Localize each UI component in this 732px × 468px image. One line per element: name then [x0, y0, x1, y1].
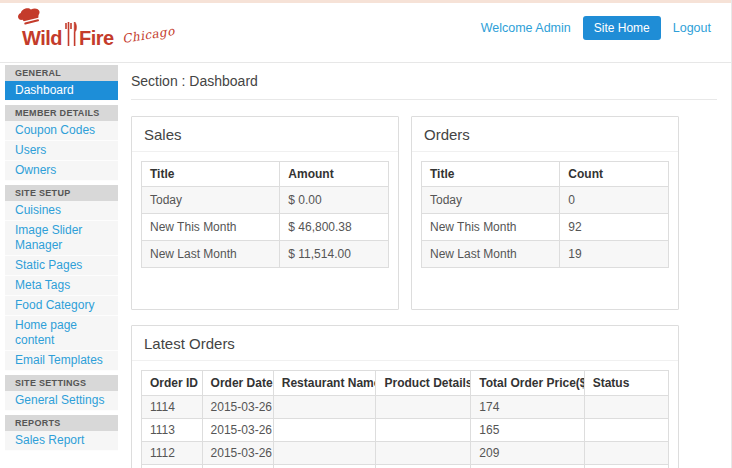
cell: New This Month: [422, 214, 560, 241]
sidebar-section-member-details: MEMBER DETAILS: [5, 105, 118, 121]
table-row: New Last Month $ 11,514.00: [142, 241, 389, 268]
brand-city: Chicago: [121, 24, 176, 46]
cell: Today: [422, 187, 560, 214]
cell: [584, 465, 668, 468]
sales-table: Title Amount Today $ 0.00 New This Month: [141, 161, 389, 268]
column-header: Title: [142, 162, 280, 187]
cell: [273, 396, 376, 419]
orders-panel-title: Orders: [412, 117, 678, 152]
cell: 2015-03-26: [202, 442, 273, 465]
page: Wild Fire Chicago Welcome Admin Si: [0, 0, 732, 468]
table-row: 1111 2015-03-25 174: [142, 465, 669, 468]
latest-orders-panel-title: Latest Orders: [132, 326, 678, 361]
column-header: Amount: [280, 162, 389, 187]
cell: New This Month: [142, 214, 280, 241]
cell: 1114: [142, 396, 203, 419]
cell: $ 11,514.00: [280, 241, 389, 268]
sidebar: GENERAL Dashboard MEMBER DETAILS Coupon …: [5, 65, 118, 451]
table-row: 1113 2015-03-26 165: [142, 419, 669, 442]
column-header: Title: [422, 162, 560, 187]
table-row: New This Month 92: [422, 214, 669, 241]
sidebar-section-site-settings: SITE SETTINGS: [5, 375, 118, 391]
sidebar-item-dashboard[interactable]: Dashboard: [5, 81, 118, 101]
table-row: Today 0: [422, 187, 669, 214]
cell: Today: [142, 187, 280, 214]
cell: 174: [471, 465, 584, 468]
cell: [273, 419, 376, 442]
sidebar-item-meta-tags[interactable]: Meta Tags: [5, 276, 118, 296]
table-header-row: Title Amount: [142, 162, 389, 187]
cell: [584, 396, 668, 419]
orders-table: Title Count Today 0 New This Month: [421, 161, 669, 268]
sidebar-item-owners[interactable]: Owners: [5, 161, 118, 181]
table-row: 1112 2015-03-26 209: [142, 442, 669, 465]
column-header: Order Date: [202, 371, 273, 396]
sidebar-section-general: GENERAL: [5, 65, 118, 81]
latest-orders-table: Order ID Order Date Restaurant Name Prod…: [141, 370, 669, 468]
page-title: Section : Dashboard: [131, 71, 717, 100]
column-header: Count: [560, 162, 669, 187]
cell: 1112: [142, 442, 203, 465]
cell: 1113: [142, 419, 203, 442]
sidebar-section-reports: REPORTS: [5, 415, 118, 431]
sidebar-item-users[interactable]: Users: [5, 141, 118, 161]
cell: 19: [560, 241, 669, 268]
brand-logo[interactable]: Wild Fire Chicago: [22, 19, 175, 48]
cell: 209: [471, 442, 584, 465]
cell: [273, 465, 376, 468]
column-header: Restaurant Name: [273, 371, 376, 396]
orders-panel: Orders Title Count Today 0: [411, 116, 679, 310]
table-row: Today $ 0.00: [142, 187, 389, 214]
sidebar-item-cuisines[interactable]: Cuisines: [5, 201, 118, 221]
cell: $ 46,800.38: [280, 214, 389, 241]
cell: New Last Month: [142, 241, 280, 268]
table-row: 1114 2015-03-26 174: [142, 396, 669, 419]
sidebar-item-home-page-content[interactable]: Home page content: [5, 316, 118, 351]
column-header: Order ID: [142, 371, 203, 396]
cell: [584, 442, 668, 465]
column-header: Status: [584, 371, 668, 396]
site-home-button[interactable]: Site Home: [583, 16, 661, 40]
sidebar-section-site-setup: SITE SETUP: [5, 185, 118, 201]
cell: [376, 442, 471, 465]
logout-link[interactable]: Logout: [673, 21, 711, 35]
brand-word-2: Fire: [79, 28, 114, 48]
sidebar-item-sales-report[interactable]: Sales Report: [5, 431, 118, 451]
table-row: New Last Month 19: [422, 241, 669, 268]
header: Wild Fire Chicago Welcome Admin Si: [0, 3, 731, 62]
sales-panel: Sales Title Amount Today $ 0.00: [131, 116, 399, 310]
sidebar-item-image-slider-manager[interactable]: Image Slider Manager: [5, 221, 118, 256]
page-body: GENERAL Dashboard MEMBER DETAILS Coupon …: [0, 62, 731, 468]
table-row: New This Month $ 46,800.38: [142, 214, 389, 241]
sidebar-item-general-settings[interactable]: General Settings: [5, 391, 118, 411]
cell: 2015-03-26: [202, 419, 273, 442]
fork-knife-icon: [64, 22, 77, 51]
cell: 2015-03-25: [202, 465, 273, 468]
main-content: Section : Dashboard Sales Title Amount: [118, 63, 731, 468]
cell: 92: [560, 214, 669, 241]
column-header: Product Details: [376, 371, 471, 396]
cell: 0: [560, 187, 669, 214]
cell: [376, 419, 471, 442]
sidebar-item-static-pages[interactable]: Static Pages: [5, 256, 118, 276]
sidebar-item-email-templates[interactable]: Email Templates: [5, 351, 118, 371]
cell: [273, 442, 376, 465]
sidebar-item-coupon-codes[interactable]: Coupon Codes: [5, 121, 118, 141]
latest-orders-panel: Latest Orders Order ID Order Date Restau…: [131, 325, 679, 468]
cell: [376, 465, 471, 468]
summary-panels: Sales Title Amount Today $ 0.00: [131, 116, 679, 310]
cell: New Last Month: [422, 241, 560, 268]
cell: 174: [471, 396, 584, 419]
header-actions: Welcome Admin Site Home Logout: [481, 16, 711, 40]
column-header: Total Order Price($): [471, 371, 584, 396]
cell: 2015-03-26: [202, 396, 273, 419]
welcome-text: Welcome Admin: [481, 21, 571, 35]
cell: $ 0.00: [280, 187, 389, 214]
cell: [584, 419, 668, 442]
table-header-row: Order ID Order Date Restaurant Name Prod…: [142, 371, 669, 396]
sales-panel-title: Sales: [132, 117, 398, 152]
table-header-row: Title Count: [422, 162, 669, 187]
sidebar-item-food-category[interactable]: Food Category: [5, 296, 118, 316]
brand-word-1: Wild: [22, 28, 62, 48]
cell: [376, 396, 471, 419]
